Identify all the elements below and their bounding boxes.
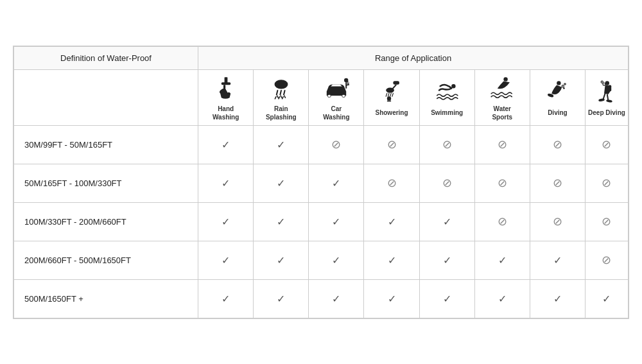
row-label-4: 500M/1650FT + [14,279,198,318]
no-symbol: ⊘ [553,138,562,151]
svg-rect-31 [387,101,391,102]
definition-header: Definition of Water-Proof [14,46,198,69]
no-symbol: ⊘ [553,177,562,189]
cell-r3-c4: ✓ [419,241,474,279]
cell-r1-c4: ⊘ [419,164,474,202]
svg-point-45 [603,83,605,85]
check-mark: ✓ [498,293,507,304]
cell-r0-c2: ⊘ [309,125,364,164]
svg-line-12 [282,96,283,98]
cell-r0-c1: ✓ [254,125,309,164]
row-label-1: 50M/165FT - 100M/330FT [14,164,198,202]
cell-r2-c3: ✓ [364,202,419,241]
no-symbol: ⊘ [387,138,397,151]
col-swimming: Swimming [419,69,474,125]
svg-point-33 [504,77,508,81]
cell-r0-c7: ⊘ [585,125,628,164]
no-symbol: ⊘ [553,215,562,228]
svg-rect-1 [221,82,230,85]
svg-point-30 [387,96,391,100]
cell-r3-c6: ✓ [530,241,585,279]
check-mark: ✓ [332,255,340,266]
diving-icon [544,79,570,105]
svg-line-41 [603,93,605,100]
cell-r3-c1: ✓ [254,241,309,279]
table-row: 50M/165FT - 100M/330FT✓✓✓⊘⊘⊘⊘⊘ [14,164,629,202]
hand-washing-icon [213,75,239,101]
check-mark: ✓ [602,293,611,304]
cell-r3-c5: ✓ [474,241,530,279]
svg-point-38 [564,88,565,89]
col-label-deep-diving: Deep Diving [588,108,625,117]
check-mark: ✓ [221,216,230,227]
cell-r3-c0: ✓ [198,241,254,279]
waterproof-table: Definition of Water-Proof Range of Appli… [13,46,629,319]
cell-r4-c3: ✓ [364,279,419,318]
no-symbol: ⊘ [498,138,507,151]
cell-r2-c7: ⊘ [585,202,628,241]
no-symbol: ⊘ [331,138,341,151]
col-hand-washing: HandWashing [198,69,254,125]
showering-icon [379,79,404,105]
no-symbol: ⊘ [498,215,507,228]
cell-r0-c5: ⊘ [474,125,530,164]
check-mark: ✓ [221,178,230,189]
svg-point-44 [606,100,612,103]
check-mark: ✓ [221,255,230,266]
col-water-sports: WaterSports [474,69,530,125]
svg-point-39 [605,81,609,85]
check-mark: ✓ [221,293,230,304]
svg-line-6 [280,91,281,94]
cell-r4-c2: ✓ [309,279,364,318]
check-mark: ✓ [443,293,451,304]
svg-point-37 [564,83,566,85]
no-symbol: ⊘ [602,138,611,151]
svg-line-8 [275,96,276,98]
rain-splashing-icon [268,75,294,101]
cell-r1-c7: ⊘ [585,164,628,202]
check-mark: ✓ [332,293,340,304]
table-row: 30M/99FT - 50M/165FT✓✓⊘⊘⊘⊘⊘⊘ [14,125,629,164]
check-mark: ✓ [332,216,340,227]
check-mark: ✓ [388,255,396,266]
col-label-showering: Showering [375,108,408,117]
cell-r0-c4: ⊘ [419,125,474,164]
cell-r2-c4: ✓ [419,202,474,241]
check-mark: ✓ [388,293,396,304]
svg-point-25 [386,88,394,93]
cell-r4-c7: ✓ [585,279,628,318]
no-symbol: ⊘ [387,177,397,189]
check-mark: ✓ [221,139,230,150]
cell-r4-c6: ✓ [530,279,585,318]
row-label-2: 100M/330FT - 200M/660FT [14,202,198,241]
svg-line-11 [281,96,282,98]
cell-r4-c1: ✓ [254,279,309,318]
water-sports-icon [489,75,515,101]
cell-r4-c5: ✓ [474,279,530,318]
check-mark: ✓ [332,178,340,189]
svg-line-9 [277,96,278,98]
col-label-water-sports: WaterSports [492,105,512,121]
cell-r2-c2: ✓ [309,202,364,241]
svg-line-13 [284,96,286,98]
check-mark: ✓ [553,293,562,304]
check-mark: ✓ [277,139,285,150]
svg-line-29 [392,93,394,96]
cell-r4-c0: ✓ [198,279,254,318]
svg-point-4 [274,80,288,89]
col-label-diving: Diving [548,108,568,117]
svg-line-5 [277,91,278,94]
col-label-swimming: Swimming [431,108,463,117]
check-mark: ✓ [277,178,285,189]
cell-r2-c0: ✓ [198,202,254,241]
no-symbol: ⊘ [602,177,611,189]
table-row: 100M/330FT - 200M/660FT✓✓✓✓✓⊘⊘⊘ [14,202,629,241]
col-label-hand-washing: HandWashing [213,105,239,121]
cell-r1-c3: ⊘ [364,164,419,202]
cell-r2-c1: ✓ [254,202,309,241]
table-row: 500M/1650FT +✓✓✓✓✓✓✓✓ [14,279,629,318]
cell-r0-c6: ⊘ [530,125,585,164]
car-washing-icon [324,75,349,101]
col-deep-diving: Deep Diving [585,69,628,125]
col-diving: Diving [530,69,585,125]
